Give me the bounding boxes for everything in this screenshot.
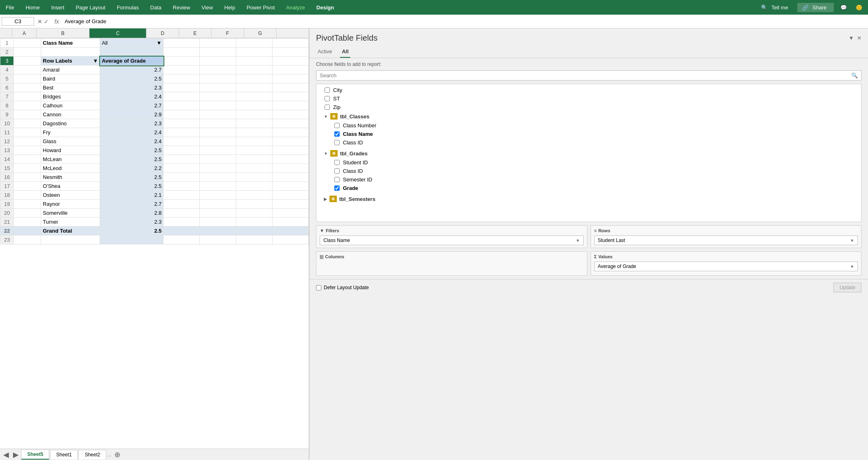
cell-g18[interactable] (272, 191, 308, 200)
col-header-e[interactable]: E (179, 28, 212, 38)
table-group-header-tbl_classes[interactable]: ▼⊞tbl_Classes (323, 111, 855, 121)
cell-g6[interactable] (272, 83, 308, 92)
analyze-menu[interactable]: Analyze (284, 3, 308, 12)
cell-e7[interactable] (200, 92, 236, 101)
cell-c14[interactable]: 2.5 (100, 155, 164, 164)
field-checkbox-class-number[interactable] (334, 123, 340, 128)
tell-me-input[interactable]: 🔍 Tell me (759, 3, 793, 12)
cell-d6[interactable] (164, 83, 200, 92)
cell-d7[interactable] (164, 92, 200, 101)
fields-list[interactable]: CitySTZip▼⊞tbl_ClassesClass NumberClass … (316, 84, 861, 222)
field-checkbox-semester-id[interactable] (334, 177, 340, 182)
cell-a9[interactable] (14, 110, 41, 119)
cell-d15[interactable] (164, 164, 200, 173)
review-menu[interactable]: Review (170, 3, 193, 12)
cell-b22[interactable]: Grand Total (41, 227, 100, 235)
cell-f11[interactable] (236, 128, 272, 137)
page-layout-menu[interactable]: Page Layout (73, 3, 108, 12)
cell-b3[interactable]: Row Labels▼ (41, 57, 100, 65)
cell-b1[interactable]: Class Name (41, 39, 100, 48)
cell-a22[interactable] (14, 227, 41, 235)
cell-g13[interactable] (272, 146, 308, 155)
cell-g15[interactable] (272, 164, 308, 173)
cell-f1[interactable] (236, 39, 272, 48)
cell-b13[interactable]: Howard (41, 146, 100, 155)
cell-g12[interactable] (272, 137, 308, 146)
cell-f18[interactable] (236, 191, 272, 200)
cell-g10[interactable] (272, 119, 308, 128)
filters-field[interactable]: Class Name ▼ (320, 235, 584, 245)
cell-e18[interactable] (200, 191, 236, 200)
sheet-tab-sheet5[interactable]: Sheet5 (21, 449, 49, 460)
field-checkbox-grade[interactable] (334, 185, 340, 191)
field-item-zip[interactable]: Zip (323, 103, 855, 111)
cell-e14[interactable] (200, 155, 236, 164)
cell-e11[interactable] (200, 128, 236, 137)
cell-g20[interactable] (272, 209, 308, 218)
cell-c22[interactable]: 2.5 (100, 227, 164, 235)
cell-g16[interactable] (272, 173, 308, 182)
data-menu[interactable]: Data (148, 3, 164, 12)
view-menu[interactable]: View (199, 3, 215, 12)
cell-b12[interactable]: Glass (41, 137, 100, 146)
col-header-c[interactable]: C (89, 28, 146, 38)
field-checkbox-class-id[interactable] (334, 168, 340, 174)
cell-f5[interactable] (236, 74, 272, 83)
cell-d8[interactable] (164, 101, 200, 110)
col-header-d[interactable]: D (146, 28, 179, 38)
cell-a17[interactable] (14, 182, 41, 191)
rows-field[interactable]: Student Last ▼ (594, 235, 858, 245)
cell-d14[interactable] (164, 155, 200, 164)
cell-c4[interactable]: 2.7 (100, 65, 164, 74)
pivot-dropdown-icon[interactable]: ▼ (848, 35, 854, 41)
cell-b11[interactable]: Fry (41, 128, 100, 137)
cell-f10[interactable] (236, 119, 272, 128)
values-field[interactable]: Average of Grade ▼ (594, 262, 858, 271)
field-item-city[interactable]: City (323, 86, 855, 94)
field-checkbox-st[interactable] (325, 96, 330, 101)
cell-d12[interactable] (164, 137, 200, 146)
cell-e16[interactable] (200, 173, 236, 182)
field-item-class-name[interactable]: Class Name (323, 130, 855, 138)
cell-f15[interactable] (236, 164, 272, 173)
formulas-menu[interactable]: Formulas (114, 3, 141, 12)
cell-c17[interactable]: 2.5 (100, 182, 164, 191)
col-header-f[interactable]: F (212, 28, 244, 38)
cell-f17[interactable] (236, 182, 272, 191)
cell-b6[interactable]: Best (41, 83, 100, 92)
filters-dropdown-icon[interactable]: ▼ (576, 238, 580, 243)
cell-b7[interactable]: Bridges (41, 92, 100, 101)
cell-d22[interactable] (164, 227, 200, 235)
sheet-tab-sheet1[interactable]: Sheet1 (50, 450, 78, 459)
cell-c10[interactable]: 2.3 (100, 119, 164, 128)
sheet-tab-more[interactable]: ... (107, 452, 111, 458)
cell-b21[interactable]: Turner (41, 218, 100, 227)
col-header-b[interactable]: B (37, 28, 89, 38)
table-group-header-tbl_semesters[interactable]: ▶⊞tbl_Semesters (323, 194, 855, 204)
cell-c3[interactable]: Average of Grade (100, 57, 164, 65)
cell-g1[interactable] (272, 39, 308, 48)
cell-d18[interactable] (164, 191, 200, 200)
field-item-semester-id[interactable]: Semester ID (323, 175, 855, 184)
field-item-student-id[interactable]: Student ID (323, 158, 855, 167)
values-dropdown-icon[interactable]: ▼ (850, 264, 854, 269)
spreadsheet-body[interactable]: 1 Class Name All▼ 2 3 Row Labels▼ Averag… (0, 38, 309, 449)
cell-e17[interactable] (200, 182, 236, 191)
cell-f13[interactable] (236, 146, 272, 155)
cell-c6[interactable]: 2.3 (100, 83, 164, 92)
sheet-tab-add[interactable]: ⊕ (112, 450, 123, 459)
cell-f9[interactable] (236, 110, 272, 119)
cell-e20[interactable] (200, 209, 236, 218)
cell-e13[interactable] (200, 146, 236, 155)
cell-c12[interactable]: 2.4 (100, 137, 164, 146)
cell-d10[interactable] (164, 119, 200, 128)
cell-e1[interactable] (200, 39, 236, 48)
sheet-next-btn[interactable]: ▶ (11, 450, 20, 459)
sheet-prev-btn[interactable]: ◀ (2, 450, 11, 459)
cell-d11[interactable] (164, 128, 200, 137)
cell-d19[interactable] (164, 200, 200, 209)
cell-f6[interactable] (236, 83, 272, 92)
cell-a6[interactable] (14, 83, 41, 92)
cell-a4[interactable] (14, 65, 41, 74)
name-box[interactable] (2, 17, 34, 26)
